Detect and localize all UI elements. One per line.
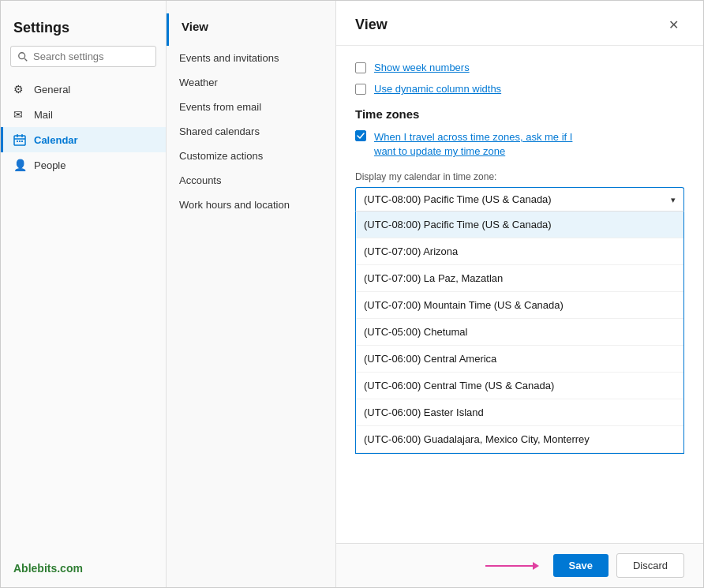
middle-nav-weather[interactable]: Weather (167, 70, 335, 95)
timezone-option-7[interactable]: (UTC-06:00) Easter Island (356, 399, 683, 426)
sidebar-title: Settings (1, 13, 166, 46)
people-icon: 👤 (13, 159, 26, 171)
svg-rect-8 (21, 140, 23, 142)
mail-icon: ✉ (13, 108, 26, 121)
svg-rect-6 (17, 140, 18, 142)
timezone-option-3[interactable]: (UTC-07:00) Mountain Time (US & Canada) (356, 292, 683, 319)
time-zones-section-title: Time zones (355, 107, 684, 121)
dynamic-column-label[interactable]: Use dynamic column widths (374, 83, 501, 95)
sidebar-label-general: General (34, 84, 70, 96)
sidebar-label-mail: Mail (34, 109, 53, 121)
show-week-numbers-checkbox[interactable] (355, 62, 366, 73)
save-button[interactable]: Save (553, 554, 609, 577)
sidebar-item-calendar[interactable]: Calendar (1, 127, 166, 152)
timezone-dropdown[interactable]: (UTC-08:00) Pacific Time (US & Canada) ▾ (355, 187, 684, 211)
arrow-head (533, 562, 539, 570)
travel-timezone-label[interactable]: When I travel across time zones, ask me … (374, 130, 572, 159)
close-button[interactable]: ✕ (662, 13, 684, 36)
content-body: Show week numbers Use dynamic column wid… (336, 46, 703, 543)
sidebar: Settings ⚙ General ✉ Mail (1, 1, 167, 587)
middle-nav-shared-calendars[interactable]: Shared calendars (167, 119, 335, 144)
timezone-option-1[interactable]: (UTC-07:00) Arizona (356, 238, 683, 265)
chevron-down-icon: ▾ (671, 194, 676, 204)
timezone-option-5[interactable]: (UTC-06:00) Central America (356, 346, 683, 373)
sidebar-item-general[interactable]: ⚙ General (1, 77, 166, 102)
show-week-numbers-label[interactable]: Show week numbers (374, 62, 470, 73)
discard-button[interactable]: Discard (616, 553, 684, 578)
middle-panel-title: View (167, 13, 335, 46)
timezone-dropdown-container: (UTC-08:00) Pacific Time (US & Canada) ▾… (355, 187, 684, 454)
timezone-option-8[interactable]: (UTC-06:00) Guadalajara, Mexico City, Mo… (356, 426, 683, 453)
middle-nav-accounts[interactable]: Accounts (167, 168, 335, 193)
timezone-option-2[interactable]: (UTC-07:00) La Paz, Mazatlan (356, 265, 683, 292)
svg-point-0 (19, 52, 25, 58)
svg-rect-7 (19, 140, 21, 142)
arrow-decoration (485, 562, 539, 570)
footer: Save Discard (336, 543, 703, 587)
sidebar-item-mail[interactable]: ✉ Mail (1, 102, 166, 127)
timezone-dropdown-list: (UTC-08:00) Pacific Time (US & Canada) (… (355, 211, 684, 454)
sidebar-item-people[interactable]: 👤 People (1, 152, 166, 178)
sidebar-label-calendar: Calendar (34, 134, 78, 146)
dropdown-label: Display my calendar in time zone: (355, 171, 684, 182)
timezone-option-4[interactable]: (UTC-05:00) Chetumal (356, 319, 683, 346)
show-week-numbers-row: Show week numbers (355, 62, 684, 73)
travel-timezone-row: When I travel across time zones, ask me … (355, 130, 684, 159)
search-input[interactable] (33, 51, 149, 62)
travel-timezone-checkbox[interactable] (355, 130, 366, 141)
svg-line-1 (24, 58, 27, 61)
timezone-option-6[interactable]: (UTC-06:00) Central Time (US & Canada) (356, 373, 683, 399)
middle-nav-customize-actions[interactable]: Customize actions (167, 144, 335, 168)
search-icon (17, 51, 28, 62)
gear-icon: ⚙ (13, 83, 26, 96)
main-content: View ✕ Show week numbers Use dynamic col… (336, 1, 703, 587)
content-header: View ✕ (336, 1, 703, 46)
arrow-line (485, 565, 533, 567)
calendar-icon (13, 133, 26, 146)
middle-nav-work-hours[interactable]: Work hours and location (167, 193, 335, 217)
middle-panel: View Events and invitations Weather Even… (167, 1, 336, 587)
middle-nav-events-invitations[interactable]: Events and invitations (167, 46, 335, 70)
branding: Ablebits.com (13, 562, 83, 575)
timezone-dropdown-section: Display my calendar in time zone: (UTC-0… (355, 171, 684, 454)
content-title: View (355, 17, 388, 33)
middle-nav-events-email[interactable]: Events from email (167, 95, 335, 119)
dynamic-column-checkbox[interactable] (355, 84, 366, 95)
settings-window: Settings ⚙ General ✉ Mail (0, 0, 704, 588)
timezone-option-0[interactable]: (UTC-08:00) Pacific Time (US & Canada) (356, 212, 683, 238)
search-box[interactable] (10, 46, 156, 67)
dynamic-column-row: Use dynamic column widths (355, 83, 684, 95)
sidebar-label-people: People (34, 159, 66, 171)
